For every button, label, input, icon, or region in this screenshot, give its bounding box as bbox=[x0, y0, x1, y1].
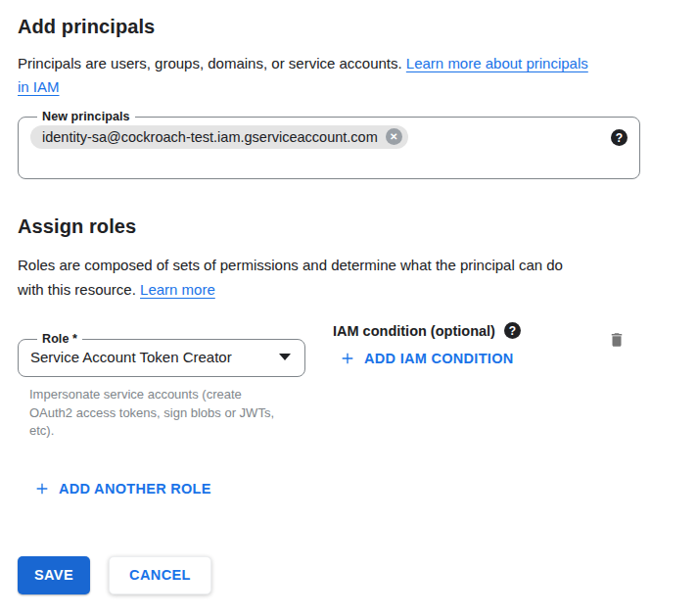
learn-more-roles-link[interactable]: Learn more bbox=[140, 281, 215, 298]
assign-roles-title: Assign roles bbox=[18, 215, 680, 238]
add-another-role-button[interactable]: ADD ANOTHER ROLE bbox=[34, 481, 211, 497]
plus-icon bbox=[340, 351, 355, 366]
cancel-button[interactable]: CANCEL bbox=[109, 556, 211, 594]
trash-icon bbox=[608, 330, 626, 350]
dialog-actions: SAVE CANCEL bbox=[18, 556, 680, 594]
delete-role-button[interactable] bbox=[608, 330, 626, 353]
role-select[interactable]: Role * Service Account Token Creator bbox=[18, 332, 305, 377]
iam-condition-help-icon[interactable]: ? bbox=[504, 322, 521, 339]
role-selected-value: Service Account Token Creator bbox=[30, 349, 232, 365]
dropdown-arrow-icon bbox=[279, 354, 291, 360]
principal-chip-text: identity-sa@cockroach-test.iam.gservicea… bbox=[42, 129, 378, 145]
principals-description-text: Principals are users, groups, domains, o… bbox=[18, 55, 406, 71]
principals-description: Principals are users, groups, domains, o… bbox=[18, 52, 672, 99]
new-principals-field-row: identity-sa@cockroach-test.iam.gservicea… bbox=[30, 125, 628, 149]
role-helper-text: Impersonate service accounts (create OAu… bbox=[29, 386, 282, 441]
iam-condition-label: IAM condition (optional) bbox=[333, 323, 495, 339]
new-principals-field[interactable]: New principals identity-sa@cockroach-tes… bbox=[18, 110, 640, 179]
save-button[interactable]: SAVE bbox=[18, 556, 90, 594]
iam-condition-label-row: IAM condition (optional) ? bbox=[333, 322, 521, 339]
add-iam-condition-button[interactable]: ADD IAM CONDITION bbox=[340, 351, 514, 366]
add-principals-panel: Add principals Principals are users, gro… bbox=[0, 0, 698, 594]
principal-chip: identity-sa@cockroach-test.iam.gservicea… bbox=[30, 125, 408, 149]
chip-remove-icon[interactable]: ✕ bbox=[386, 128, 402, 145]
plus-icon bbox=[34, 481, 50, 497]
role-label: Role * bbox=[37, 332, 82, 346]
iam-condition-column: IAM condition (optional) ? ADD IAM CONDI… bbox=[333, 321, 521, 370]
role-value-row: Service Account Token Creator bbox=[30, 349, 293, 365]
role-row: Role * Service Account Token Creator Imp… bbox=[18, 321, 680, 441]
new-principals-label: New principals bbox=[37, 110, 135, 123]
assign-roles-description: Roles are composed of sets of permission… bbox=[18, 253, 672, 302]
role-column: Role * Service Account Token Creator Imp… bbox=[18, 321, 305, 441]
new-principals-help-icon[interactable]: ? bbox=[611, 129, 628, 146]
page-title: Add principals bbox=[18, 16, 680, 38]
